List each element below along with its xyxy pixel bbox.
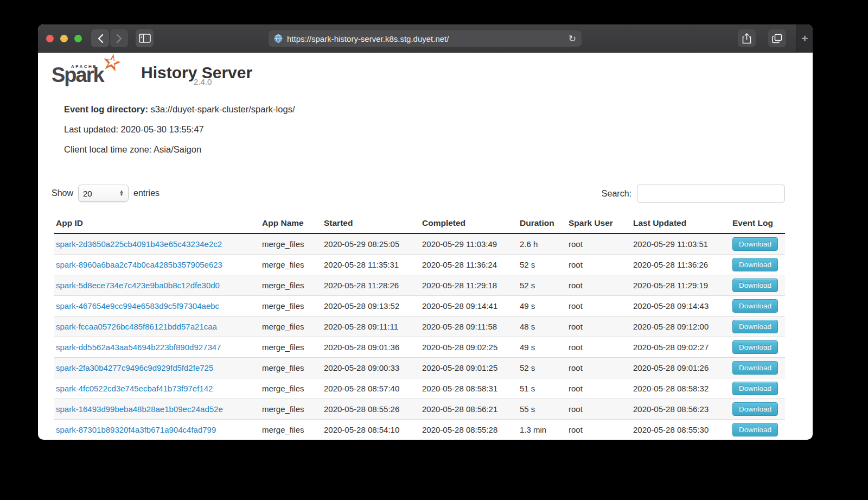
new-tab-button[interactable]: + xyxy=(796,24,813,53)
app-id-link[interactable]: spark-5d8ece734e7c423e9ba0b8c12dfe30d0 xyxy=(56,281,220,290)
spark-user-cell: root xyxy=(567,337,631,358)
spark-user-cell: root xyxy=(567,317,631,337)
browser-window: https://spark-history-server.k8s.stg.duy… xyxy=(38,24,813,440)
col-header-app-name[interactable]: App Name xyxy=(260,213,322,233)
download-button[interactable]: Download xyxy=(732,320,778,333)
timezone-line: Client local time zone: Asia/Saigon xyxy=(64,140,295,160)
table-header-row: App ID App Name Started Completed Durati… xyxy=(54,213,785,233)
download-button[interactable]: Download xyxy=(732,258,778,271)
app-id-link[interactable]: spark-8960a6baa2c74b0ca4285b357905e623 xyxy=(56,260,222,269)
duration-cell: 49 s xyxy=(518,296,567,317)
started-cell: 2020-05-28 08:57:40 xyxy=(322,378,420,399)
spark-star-icon: ★★ xyxy=(99,49,127,78)
download-button[interactable]: Download xyxy=(732,279,778,292)
search-label: Search: xyxy=(602,189,631,199)
completed-cell: 2020-05-28 09:01:25 xyxy=(420,358,518,378)
last-updated-cell: 2020-05-29 11:03:51 xyxy=(631,233,731,255)
app-id-link[interactable]: spark-2fa30b4277c9496c9d929fd5fd2fe725 xyxy=(56,363,213,372)
browser-toolbar: https://spark-history-server.k8s.stg.duy… xyxy=(38,24,813,53)
plus-icon: + xyxy=(801,32,808,45)
completed-cell: 2020-05-28 08:56:21 xyxy=(420,399,518,420)
app-name-cell: merge_files xyxy=(260,399,322,420)
app-name-cell: merge_files xyxy=(260,337,322,358)
spark-user-cell: root xyxy=(567,255,631,275)
duration-cell: 2.6 h xyxy=(518,233,567,255)
duration-cell: 52 s xyxy=(518,358,567,378)
table-row: spark-8960a6baa2c74b0ca4285b357905e623 m… xyxy=(54,255,785,275)
app-id-link[interactable]: spark-dd5562a43aa54694b223bf890d927347 xyxy=(56,343,221,352)
reload-icon[interactable]: ↻ xyxy=(569,34,576,43)
table-row: spark-dd5562a43aa54694b223bf890d927347 m… xyxy=(54,337,785,358)
minimize-window-button[interactable] xyxy=(60,35,68,42)
tab-overview-button[interactable] xyxy=(768,29,786,47)
forward-chevron-icon xyxy=(116,34,123,43)
event-log-directory-line: Event log directory: s3a://duyet-spark-c… xyxy=(64,99,295,119)
app-id-link[interactable]: spark-fccaa05726bc485f86121bdd57a21caa xyxy=(56,322,217,331)
col-header-app-id[interactable]: App ID xyxy=(54,213,260,233)
download-button[interactable]: Download xyxy=(732,361,778,375)
app-id-link[interactable]: spark-467654e9cc994e6583d9c5f97304aebc xyxy=(56,301,219,311)
started-cell: 2020-05-28 09:00:33 xyxy=(322,358,420,378)
download-button[interactable]: Download xyxy=(732,237,778,251)
completed-cell: 2020-05-29 11:03:49 xyxy=(420,233,518,255)
col-header-duration[interactable]: Duration xyxy=(518,213,567,233)
address-bar[interactable]: https://spark-history-server.k8s.stg.duy… xyxy=(269,30,582,47)
started-cell: 2020-05-28 08:54:10 xyxy=(322,420,420,440)
duration-cell: 51 s xyxy=(518,378,567,399)
page-size-select[interactable]: 20 ▲▼ xyxy=(78,185,129,202)
app-name-cell: merge_files xyxy=(260,378,322,399)
started-cell: 2020-05-28 08:55:26 xyxy=(322,399,420,420)
duration-cell: 52 s xyxy=(518,275,567,296)
zoom-window-button[interactable] xyxy=(74,35,82,42)
app-id-link[interactable]: spark-4fc0522cd3e745ecbaf41b73f97ef142 xyxy=(56,384,213,393)
completed-cell: 2020-05-28 08:58:31 xyxy=(420,378,518,399)
spark-user-cell: root xyxy=(567,420,631,440)
table-row: spark-fccaa05726bc485f86121bdd57a21caa m… xyxy=(54,317,785,337)
tabs-icon xyxy=(772,34,782,43)
col-header-last-updated[interactable]: Last Updated xyxy=(631,213,731,233)
started-cell: 2020-05-28 09:13:52 xyxy=(322,296,420,317)
col-header-event-log[interactable]: Event Log xyxy=(731,213,785,233)
download-button[interactable]: Download xyxy=(732,402,778,416)
logo-spark-text: Spark xyxy=(52,64,104,87)
event-log-directory-label: Event log directory: xyxy=(64,104,148,114)
started-cell: 2020-05-28 09:11:11 xyxy=(322,317,420,337)
col-header-started[interactable]: Started xyxy=(322,213,420,233)
last-updated-line: Last updated: 2020-05-30 13:55:47 xyxy=(64,119,295,140)
table-row: spark-4fc0522cd3e745ecbaf41b73f97ef142 m… xyxy=(54,378,785,399)
download-button[interactable]: Download xyxy=(732,299,778,313)
back-chevron-icon xyxy=(97,34,104,43)
app-name-cell: merge_files xyxy=(260,296,322,317)
spark-logo: APACHE Spark ★★ xyxy=(52,56,119,90)
completed-cell: 2020-05-28 11:29:18 xyxy=(420,275,518,296)
download-button[interactable]: Download xyxy=(732,340,778,354)
app-id-link[interactable]: spark-16493d99beba48b28ae1b09ec24ad52e xyxy=(56,404,223,414)
download-button[interactable]: Download xyxy=(732,423,778,436)
duration-cell: 1.3 min xyxy=(518,420,567,440)
col-header-spark-user[interactable]: Spark User xyxy=(567,213,631,233)
last-updated-cell: 2020-05-28 08:56:23 xyxy=(631,399,731,420)
last-updated-cell: 2020-05-28 11:29:19 xyxy=(631,275,731,296)
table-row: spark-16493d99beba48b28ae1b09ec24ad52e m… xyxy=(54,399,785,420)
close-window-button[interactable] xyxy=(46,35,54,42)
app-id-link[interactable]: spark-2d3650a225cb4091b43e65c43234e2c2 xyxy=(56,239,222,249)
app-name-cell: merge_files xyxy=(260,317,322,337)
last-updated-cell: 2020-05-28 09:02:27 xyxy=(631,337,731,358)
app-id-link[interactable]: spark-87301b89320f4a3fb671a904c4fad799 xyxy=(56,425,216,434)
completed-cell: 2020-05-28 09:02:25 xyxy=(420,337,518,358)
spark-user-cell: root xyxy=(567,358,631,378)
last-updated-cell: 2020-05-28 08:55:30 xyxy=(631,420,731,440)
search-input[interactable] xyxy=(637,185,785,202)
app-name-cell: merge_files xyxy=(260,420,322,440)
sidebar-icon xyxy=(139,34,151,43)
last-updated-cell: 2020-05-28 11:36:26 xyxy=(631,255,731,275)
completed-cell: 2020-05-28 11:36:24 xyxy=(420,255,518,275)
app-name-cell: merge_files xyxy=(260,255,322,275)
col-header-completed[interactable]: Completed xyxy=(420,213,518,233)
sidebar-toggle-button[interactable] xyxy=(136,29,154,47)
share-button[interactable] xyxy=(738,29,756,47)
forward-button[interactable] xyxy=(110,29,128,47)
show-label: Show xyxy=(52,188,73,198)
back-button[interactable] xyxy=(91,29,109,47)
download-button[interactable]: Download xyxy=(732,382,778,395)
